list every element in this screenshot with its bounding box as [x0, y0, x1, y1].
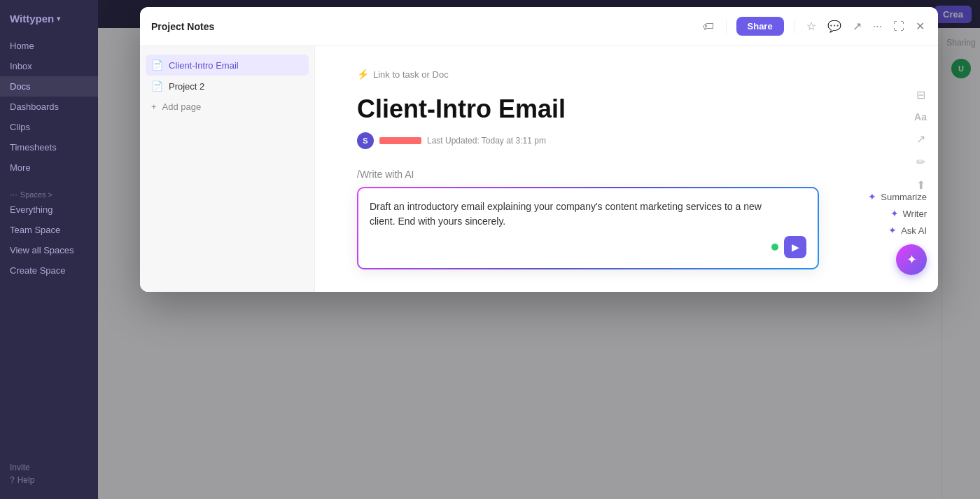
modal-body: 📄 Client-Intro Email 📄 Project 2 + Add p… — [140, 46, 938, 292]
fab-button[interactable]: ✦ — [896, 244, 927, 275]
ai-prompt-text: Draft an introductory email explaining y… — [370, 199, 806, 229]
app-logo: Wittypen ▾ — [0, 8, 98, 36]
modal-toolbar: 🏷 Share ☆ 💬 ↗ ··· ⛶ ✕ — [701, 17, 927, 36]
sidebar-item-team-space[interactable]: Team Space — [0, 220, 98, 240]
sidebar-help[interactable]: ? Help — [10, 475, 88, 485]
sidebar-bottom: Invite ? Help — [0, 457, 98, 491]
ai-status-dot — [771, 244, 778, 251]
upload-icon[interactable]: ⬆ — [916, 178, 925, 192]
ask-ai-tool[interactable]: ✦ Ask AI — [888, 225, 927, 236]
fab-icon: ✦ — [906, 252, 917, 267]
modal-sidebar: 📄 Client-Intro Email 📄 Project 2 + Add p… — [140, 46, 315, 292]
comment-icon[interactable]: 💬 — [825, 17, 844, 35]
sidebar-item-create-space[interactable]: Create Space — [0, 260, 98, 281]
plus-icon: + — [151, 101, 157, 112]
doc-icon-2: 📄 — [151, 80, 163, 92]
write-with-ai-label: /Write with AI — [357, 169, 896, 180]
sidebar-item-view-all-spaces[interactable]: View all Spaces — [0, 240, 98, 260]
link-icon: ⚡ — [357, 69, 369, 80]
sparkle-icon-3: ✦ — [888, 225, 897, 236]
sidebar-invite[interactable]: Invite — [10, 463, 88, 472]
send-icon: ▶ — [792, 241, 799, 253]
doc-title: Client-Intro Email — [357, 94, 896, 124]
modal-content: ⚡ Link to task or Doc Client-Intro Email… — [315, 46, 938, 292]
author-name-redacted — [379, 137, 421, 144]
star-icon[interactable]: ☆ — [804, 17, 818, 35]
app-sidebar: Wittypen ▾ Home Inbox Docs Dashboards Cl… — [0, 0, 98, 499]
sidebar-item-timesheets[interactable]: Timesheets — [0, 137, 98, 157]
close-icon[interactable]: ✕ — [913, 17, 927, 35]
resize-icon[interactable]: ↗ — [916, 132, 925, 146]
sidebar-item-dashboards[interactable]: Dashboards — [0, 97, 98, 117]
font-size-icon[interactable]: Aa — [914, 111, 927, 122]
sidebar-item-docs[interactable]: Docs — [0, 76, 98, 97]
export-icon[interactable]: ↗ — [850, 17, 864, 35]
modal-sidebar-item-client-intro[interactable]: 📄 Client-Intro Email — [146, 55, 309, 76]
modal-right-tools: ⊟ Aa ↗ ✏ ⬆ — [914, 88, 927, 192]
sparkle-icon-2: ✦ — [890, 208, 899, 219]
modal-sidebar-item-project2[interactable]: 📄 Project 2 — [140, 76, 314, 97]
tag-icon[interactable]: 🏷 — [701, 18, 716, 35]
modal-overlay: Project Notes 🏷 Share ☆ 💬 ↗ ··· ⛶ ✕ — [98, 0, 980, 499]
ai-input-box: Draft an introductory email explaining y… — [357, 187, 819, 269]
writer-tool[interactable]: ✦ Writer — [890, 208, 927, 219]
doc-icon-1: 📄 — [151, 59, 163, 71]
modal-header: Project Notes 🏷 Share ☆ 💬 ↗ ··· ⛶ ✕ — [140, 7, 938, 46]
sidebar-item-everything[interactable]: Everything — [0, 199, 98, 220]
project-notes-modal: Project Notes 🏷 Share ☆ 💬 ↗ ··· ⛶ ✕ — [140, 7, 938, 292]
doc-last-updated: Last Updated: Today at 3:11 pm — [427, 136, 546, 146]
sidebar-item-clips[interactable]: Clips — [0, 117, 98, 137]
share-button[interactable]: Share — [736, 17, 784, 36]
ai-input-actions: ▶ — [370, 236, 806, 258]
sidebar-item-inbox[interactable]: Inbox — [0, 56, 98, 76]
link-to-task[interactable]: ⚡ Link to task or Doc — [357, 69, 896, 80]
modal-sidebar-add-page[interactable]: + Add page — [140, 97, 314, 117]
sidebar-item-more[interactable]: More — [0, 157, 98, 178]
toolbar-separator-2 — [794, 20, 794, 34]
sidebar-item-home[interactable]: Home — [0, 36, 98, 56]
modal-bottom-tools: ✦ Summarize ✦ Writer ✦ Ask AI — [868, 191, 927, 236]
author-avatar: S — [357, 132, 374, 149]
sparkle-icon-1: ✦ — [868, 191, 876, 202]
expand-icon[interactable]: ⛶ — [891, 18, 906, 35]
edit-icon[interactable]: ✏ — [916, 155, 925, 169]
toolbar-separator-1 — [726, 20, 727, 34]
layout-icon[interactable]: ⊟ — [916, 88, 925, 101]
ai-send-button[interactable]: ▶ — [784, 236, 806, 258]
modal-title: Project Notes — [151, 21, 701, 32]
summarize-tool[interactable]: ✦ Summarize — [868, 191, 927, 202]
doc-meta: S Last Updated: Today at 3:11 pm — [357, 132, 896, 149]
more-icon[interactable]: ··· — [871, 18, 884, 35]
